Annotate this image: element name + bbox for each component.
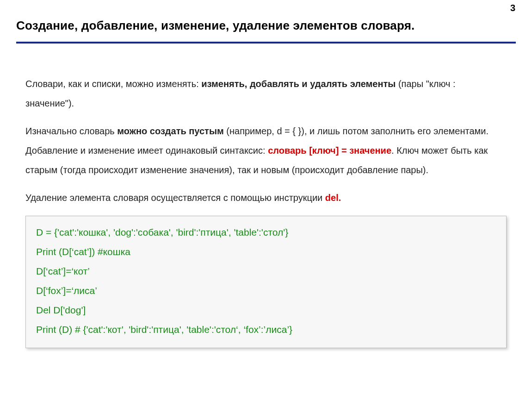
paragraph-1: Словари, как и списки, можно изменять: и… xyxy=(25,74,507,113)
slide: 3 Создание, добавление, изменение, удале… xyxy=(0,0,532,400)
slide-body: Словари, как и списки, можно изменять: и… xyxy=(25,74,507,348)
code-line-2: Print (D[‘cat’]) #кошка xyxy=(36,242,496,262)
code-line-4: D[‘fox’]=‘лиса’ xyxy=(36,281,496,300)
p2-red-1: словарь [ключ] = значение xyxy=(268,145,391,156)
p1-bold-1: изменять, добавлять и удалять элементы xyxy=(201,79,396,89)
p3-text-1: Удаление элемента словаря осуществляется… xyxy=(25,193,325,203)
code-block: D = {'cat':'кошка', 'dog':'собака', 'bir… xyxy=(25,216,507,348)
paragraph-2: Изначально словарь можно создать пустым … xyxy=(25,121,507,180)
p3-red-1: del. xyxy=(325,193,341,203)
code-line-3: D[‘cat’]=‘кот’ xyxy=(36,262,496,281)
code-line-6: Print (D) # {'cat':'кот', 'bird':'птица'… xyxy=(36,320,496,339)
slide-title: Создание, добавление, изменение, удалени… xyxy=(16,19,516,33)
paragraph-3: Удаление элемента словаря осуществляется… xyxy=(25,188,507,207)
code-line-5: Del D['dog'] xyxy=(36,300,496,320)
page-number: 3 xyxy=(510,3,515,13)
p1-text-1: Словари, как и списки, можно изменять: xyxy=(25,79,201,89)
title-underline xyxy=(16,42,516,44)
code-line-1: D = {'cat':'кошка', 'dog':'собака', 'bir… xyxy=(36,223,496,242)
p2-bold-1: можно создать пустым xyxy=(117,126,224,136)
p2-text-1: Изначально словарь xyxy=(25,126,117,136)
